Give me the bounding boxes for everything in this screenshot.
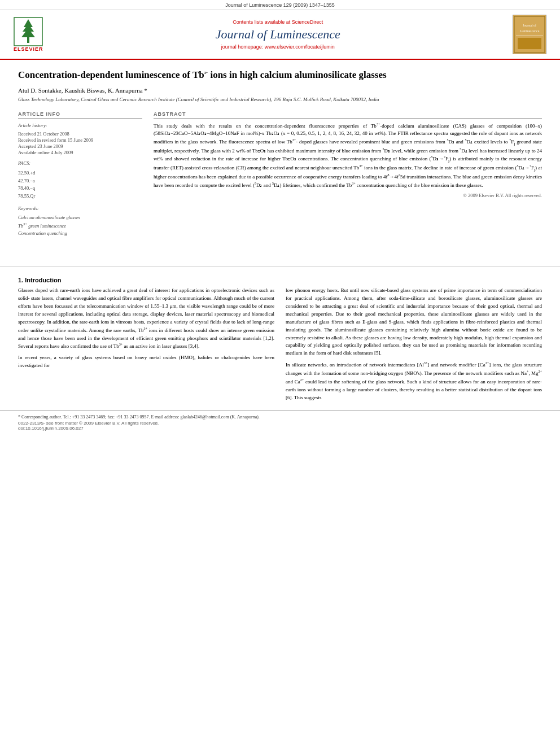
keyword-2: Tb3+ green luminescence	[18, 222, 142, 230]
intro-para-4: In silicate networks, on introduction of…	[286, 361, 542, 402]
keywords-label: Keywords:	[18, 205, 142, 212]
journal-cover-image: Journal of Luminescence	[513, 15, 546, 54]
journal-reference-bar: Journal of Luminescence 129 (2009) 1347–…	[0, 0, 560, 10]
pacs-values: 32.50.+d 42.70.−a 78.40.−q 78.55.Qr	[18, 169, 142, 200]
journal-homepage: journal homepage: www.elsevier.com/locat…	[43, 44, 513, 50]
svg-text:Luminescence: Luminescence	[520, 29, 540, 33]
pacs-item-3: 78.40.−q	[18, 185, 142, 193]
pacs-item-1: 32.50.+d	[18, 169, 142, 177]
svg-rect-1	[27, 37, 29, 43]
pacs-item-2: 42.70.−a	[18, 177, 142, 185]
cover-thumbnail: Journal of Luminescence	[513, 15, 546, 54]
svg-rect-11	[518, 38, 541, 49]
abstract-text: This study deals with the results on the…	[154, 122, 542, 190]
intro-col-left: Glasses doped with rare-earth ions have …	[18, 287, 274, 405]
doi-text: doi:10.1016/j.jlumin.2009.06.027	[18, 426, 84, 431]
history-label: Article history:	[18, 122, 142, 129]
intro-col-right: low phonon energy hosts. But until now s…	[286, 287, 542, 405]
section-divider	[0, 266, 560, 267]
pacs-group: PACS: 32.50.+d 42.70.−a 78.40.−q 78.55.Q…	[18, 160, 142, 200]
sciencedirect-label: Contents lists available at ScienceDirec…	[43, 19, 513, 25]
abstract-header: ABSTRACT	[154, 111, 542, 119]
article-info-column: ARTICLE INFO Article history: Received 2…	[18, 111, 142, 242]
journal-header: ELSEVIER Contents lists available at Sci…	[0, 10, 560, 60]
homepage-url[interactable]: www.elsevier.com/locate/jlumin	[265, 44, 335, 50]
keywords-group: Keywords: Calcium aluminosilicate glasse…	[18, 205, 142, 238]
revised-date: Received in revised form 15 June 2009	[18, 137, 142, 143]
sciencedirect-link-text[interactable]: ScienceDirect	[292, 19, 323, 25]
elsevier-tree-icon	[14, 17, 43, 46]
main-text-area: 1. Introduction Glasses doped with rare-…	[0, 277, 560, 405]
section1-title: 1. Introduction	[18, 277, 542, 283]
keywords-values: Calcium aluminosilicate glasses Tb3+ gre…	[18, 214, 142, 238]
journal-reference-text: Journal of Luminescence 129 (2009) 1347–…	[225, 2, 335, 8]
journal-name: Journal of Luminescence	[43, 27, 513, 42]
abstract-column: ABSTRACT This study deals with the resul…	[154, 111, 542, 242]
article-authors: Atul D. Sontakke, Kaushik Biswas, K. Ann…	[18, 87, 542, 94]
accepted-date: Accepted 23 June 2009	[18, 143, 142, 149]
available-date: Available online 4 July 2009	[18, 150, 142, 155]
journal-title-block: Contents lists available at ScienceDirec…	[43, 19, 513, 50]
article-affiliation: Glass Technology Laboratory, Central Gla…	[18, 96, 542, 103]
elsevier-wordmark: ELSEVIER	[14, 46, 43, 52]
corresponding-author-note: * Corresponding author. Tel.: +91 33 247…	[18, 414, 542, 421]
introduction-text: Glasses doped with rare-earth ions have …	[18, 287, 542, 405]
issn-line: 0022-2313/$- see front matter © 2009 Els…	[18, 421, 542, 431]
intro-para-2: In recent years, a variety of glass syst…	[18, 354, 274, 370]
intro-para-3: low phonon energy hosts. But until now s…	[286, 287, 542, 357]
article-body: Concentration-dependent luminescence of …	[0, 60, 560, 260]
article-title: Concentration-dependent luminescence of …	[18, 69, 542, 81]
pacs-item-4: 78.55.Qr	[18, 193, 142, 200]
article-info-header: ARTICLE INFO	[18, 111, 142, 119]
article-history-group: Article history: Received 21 October 200…	[18, 122, 142, 156]
intro-para-1: Glasses doped with rare-earth ions have …	[18, 287, 274, 351]
received-date: Received 21 October 2008	[18, 131, 142, 137]
keyword-1: Calcium aluminosilicate glasses	[18, 214, 142, 222]
pacs-label: PACS:	[18, 160, 142, 167]
footnote-area: * Corresponding author. Tel.: +91 33 247…	[0, 410, 560, 431]
elsevier-logo: ELSEVIER	[14, 17, 43, 52]
article-info-abstract-section: ARTICLE INFO Article history: Received 2…	[18, 111, 542, 242]
elsevier-branding: ELSEVIER	[14, 17, 43, 52]
cover-art-icon: Journal of Luminescence	[513, 15, 546, 54]
keyword-3: Concentration quenching	[18, 230, 142, 238]
issn-text: 0022-2313/$- see front matter © 2009 Els…	[18, 421, 159, 426]
svg-text:Journal of: Journal of	[523, 24, 536, 27]
copyright-notice: © 2009 Elsevier B.V. All rights reserved…	[154, 193, 542, 198]
